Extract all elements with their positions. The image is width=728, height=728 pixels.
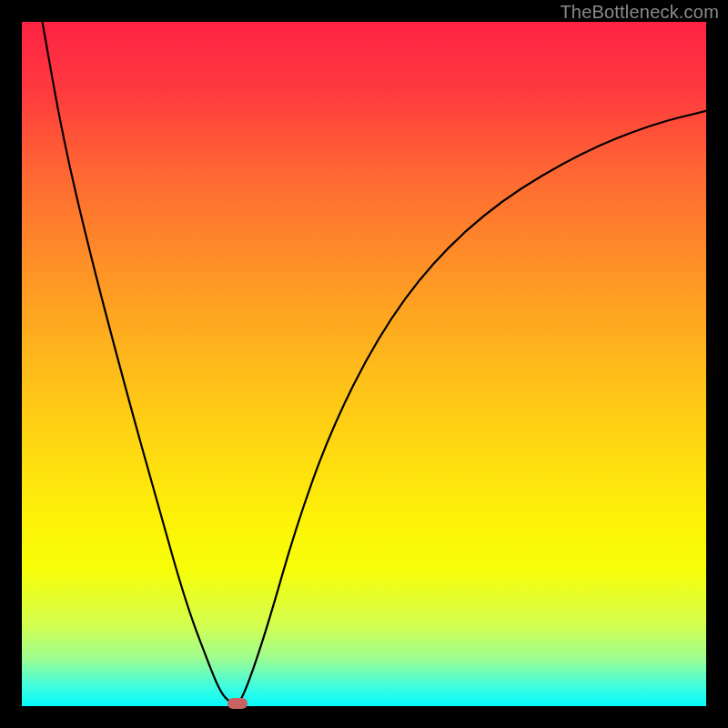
plot-area — [22, 22, 706, 706]
right-branch-path — [238, 111, 706, 706]
watermark-text: TheBottleneck.com — [560, 2, 719, 23]
chart-frame: TheBottleneck.com — [0, 0, 728, 728]
min-marker — [228, 698, 248, 709]
left-branch-path — [43, 22, 238, 706]
curve-svg — [22, 22, 706, 706]
